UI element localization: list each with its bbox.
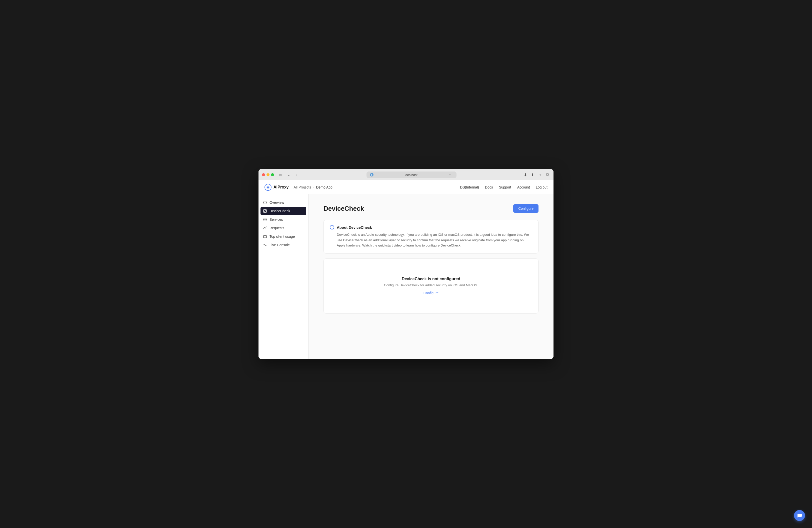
configure-button-top[interactable]: Configure (513, 204, 538, 213)
breadcrumb-current: Demo App (316, 185, 333, 189)
configure-link[interactable]: Configure (423, 291, 439, 295)
content-area: DeviceCheck Configure i About DeviceChec… (308, 194, 553, 359)
sidebar-item-services[interactable]: Services (259, 215, 308, 224)
tab-overview-button[interactable]: ⧉ (545, 172, 550, 177)
sidebar-item-overview[interactable]: Overview (259, 198, 308, 207)
status-card: DeviceCheck is not configured Configure … (323, 259, 538, 313)
nav-link-ds-internal[interactable]: DS(Internal) (460, 185, 479, 189)
logo-text: AIProxy (274, 185, 289, 190)
info-card-title: About DeviceCheck (337, 225, 372, 230)
browser-chrome: ⊞ ⌄ ‹ ◉ localhost ··· ⬇ ⬆ ＋ ⧉ (259, 169, 553, 180)
traffic-light-green[interactable] (271, 173, 274, 176)
nav-links: DS(Internal) Docs Support Account Log ou… (460, 185, 548, 189)
sidebar-toggle-button[interactable]: ⊞ (277, 172, 284, 177)
requests-icon (263, 226, 267, 230)
sidebar-label-requests: Requests (270, 226, 284, 230)
sidebar-item-top-client-usage[interactable]: Top client usage (259, 232, 308, 241)
chat-fab-button[interactable] (794, 510, 805, 521)
traffic-lights (262, 173, 274, 176)
status-description: Configure DeviceCheck for added security… (384, 283, 478, 287)
chevron-down-button[interactable]: ⌄ (286, 172, 292, 177)
svg-rect-7 (263, 235, 266, 238)
share-button[interactable]: ⬆ (530, 172, 535, 178)
status-title: DeviceCheck is not configured (402, 277, 460, 281)
live-console-icon (263, 243, 267, 247)
main-layout: Overview DeviceCheck (259, 194, 553, 359)
overview-icon (263, 201, 267, 205)
svg-point-3 (263, 201, 266, 204)
sidebar-item-devicecheck[interactable]: DeviceCheck (261, 207, 306, 215)
logo-area: AIProxy (264, 184, 289, 191)
download-button[interactable]: ⬇ (523, 172, 528, 178)
browser-actions: ⬇ ⬆ ＋ ⧉ (523, 172, 550, 178)
sidebar-label-devicecheck: DeviceCheck (270, 209, 290, 213)
url-text: localhost (376, 173, 447, 177)
sidebar-label-top-client: Top client usage (270, 235, 295, 238)
devicecheck-icon (263, 209, 267, 213)
browser-window: ⊞ ⌄ ‹ ◉ localhost ··· ⬇ ⬆ ＋ ⧉ (259, 169, 553, 359)
nav-link-docs[interactable]: Docs (485, 185, 493, 189)
info-card-header: i About DeviceCheck (330, 225, 532, 230)
page-title: DeviceCheck (323, 205, 364, 212)
browser-controls: ⊞ ⌄ ‹ (277, 172, 300, 177)
sidebar: Overview DeviceCheck (259, 194, 308, 359)
address-bar[interactable]: ◉ localhost ··· (366, 172, 456, 178)
info-card-body: DeviceCheck is an Apple security technol… (330, 232, 532, 248)
svg-point-2 (267, 187, 269, 188)
traffic-light-red[interactable] (262, 173, 265, 176)
new-tab-button[interactable]: ＋ (537, 172, 543, 178)
logo-icon (264, 184, 272, 191)
services-icon (263, 218, 267, 221)
info-icon: i (330, 225, 334, 230)
traffic-light-yellow[interactable] (266, 173, 270, 176)
breadcrumb-separator: › (313, 186, 314, 189)
sidebar-label-live-console: Live Console (270, 243, 290, 247)
site-icon: ◉ (370, 173, 374, 176)
chat-icon (797, 513, 802, 518)
nav-link-account[interactable]: Account (517, 185, 530, 189)
page-header: DeviceCheck Configure (323, 204, 538, 213)
breadcrumb-root[interactable]: All Projects (293, 185, 311, 189)
more-icon[interactable]: ··· (449, 173, 453, 177)
sidebar-item-live-console[interactable]: Live Console (259, 241, 308, 249)
sidebar-label-services: Services (270, 218, 283, 221)
top-nav: AIProxy All Projects › Demo App DS(Inter… (259, 180, 553, 194)
sidebar-item-requests[interactable]: Requests (259, 224, 308, 232)
svg-point-6 (264, 219, 265, 220)
app-container: AIProxy All Projects › Demo App DS(Inter… (259, 180, 553, 359)
nav-link-support[interactable]: Support (499, 185, 511, 189)
address-bar-container: ◉ localhost ··· (303, 172, 520, 178)
top-client-icon (263, 235, 267, 238)
breadcrumb: All Projects › Demo App (293, 185, 332, 189)
back-button[interactable]: ‹ (293, 172, 300, 177)
info-card: i About DeviceCheck DeviceCheck is an Ap… (323, 220, 538, 253)
nav-link-logout[interactable]: Log out (536, 185, 548, 189)
sidebar-label-overview: Overview (270, 201, 284, 205)
